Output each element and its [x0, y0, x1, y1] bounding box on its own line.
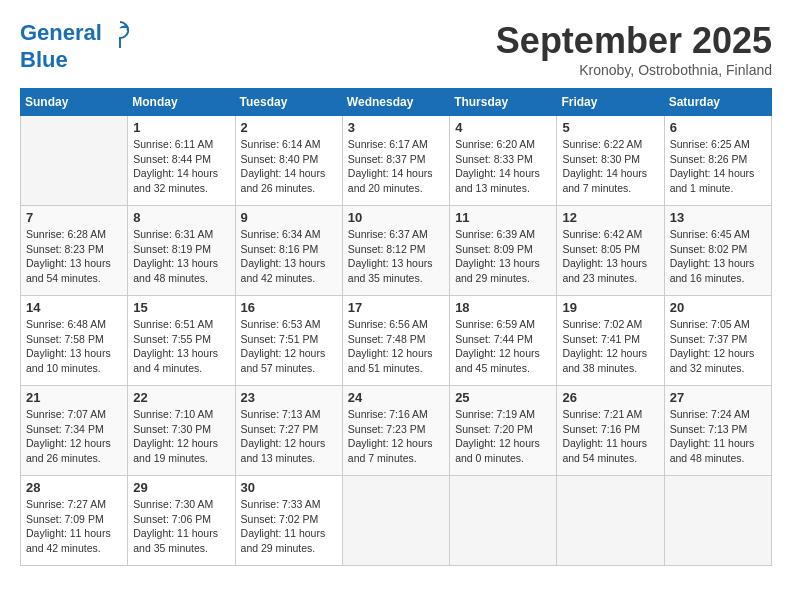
- day-number: 16: [241, 300, 337, 315]
- calendar-day-cell: 1Sunrise: 6:11 AM Sunset: 8:44 PM Daylig…: [128, 116, 235, 206]
- calendar-day-cell: 28Sunrise: 7:27 AM Sunset: 7:09 PM Dayli…: [21, 476, 128, 566]
- day-info: Sunrise: 6:31 AM Sunset: 8:19 PM Dayligh…: [133, 227, 229, 286]
- calendar-day-cell: 19Sunrise: 7:02 AM Sunset: 7:41 PM Dayli…: [557, 296, 664, 386]
- day-info: Sunrise: 6:20 AM Sunset: 8:33 PM Dayligh…: [455, 137, 551, 196]
- calendar-header-cell: Wednesday: [342, 89, 449, 116]
- calendar-day-cell: 29Sunrise: 7:30 AM Sunset: 7:06 PM Dayli…: [128, 476, 235, 566]
- day-info: Sunrise: 7:10 AM Sunset: 7:30 PM Dayligh…: [133, 407, 229, 466]
- location-subtitle: Kronoby, Ostrobothnia, Finland: [496, 62, 772, 78]
- calendar-header-cell: Saturday: [664, 89, 771, 116]
- day-number: 27: [670, 390, 766, 405]
- page-header: General Blue September 2025 Kronoby, Ost…: [20, 20, 772, 78]
- calendar-header-cell: Sunday: [21, 89, 128, 116]
- day-info: Sunrise: 7:07 AM Sunset: 7:34 PM Dayligh…: [26, 407, 122, 466]
- calendar-day-cell: 5Sunrise: 6:22 AM Sunset: 8:30 PM Daylig…: [557, 116, 664, 206]
- calendar-day-cell: 30Sunrise: 7:33 AM Sunset: 7:02 PM Dayli…: [235, 476, 342, 566]
- day-info: Sunrise: 6:17 AM Sunset: 8:37 PM Dayligh…: [348, 137, 444, 196]
- calendar-header-cell: Monday: [128, 89, 235, 116]
- day-info: Sunrise: 6:28 AM Sunset: 8:23 PM Dayligh…: [26, 227, 122, 286]
- day-info: Sunrise: 7:16 AM Sunset: 7:23 PM Dayligh…: [348, 407, 444, 466]
- day-number: 5: [562, 120, 658, 135]
- day-info: Sunrise: 6:42 AM Sunset: 8:05 PM Dayligh…: [562, 227, 658, 286]
- day-info: Sunrise: 7:19 AM Sunset: 7:20 PM Dayligh…: [455, 407, 551, 466]
- calendar-week-row: 1Sunrise: 6:11 AM Sunset: 8:44 PM Daylig…: [21, 116, 772, 206]
- day-info: Sunrise: 6:37 AM Sunset: 8:12 PM Dayligh…: [348, 227, 444, 286]
- calendar-day-cell: [557, 476, 664, 566]
- day-info: Sunrise: 7:13 AM Sunset: 7:27 PM Dayligh…: [241, 407, 337, 466]
- day-number: 11: [455, 210, 551, 225]
- day-number: 20: [670, 300, 766, 315]
- calendar-day-cell: [342, 476, 449, 566]
- day-info: Sunrise: 6:59 AM Sunset: 7:44 PM Dayligh…: [455, 317, 551, 376]
- day-number: 4: [455, 120, 551, 135]
- logo-text: General: [20, 20, 130, 48]
- day-number: 9: [241, 210, 337, 225]
- calendar-day-cell: 26Sunrise: 7:21 AM Sunset: 7:16 PM Dayli…: [557, 386, 664, 476]
- calendar-day-cell: 12Sunrise: 6:42 AM Sunset: 8:05 PM Dayli…: [557, 206, 664, 296]
- calendar-header-cell: Thursday: [450, 89, 557, 116]
- day-number: 13: [670, 210, 766, 225]
- day-number: 30: [241, 480, 337, 495]
- day-number: 28: [26, 480, 122, 495]
- calendar-header-row: SundayMondayTuesdayWednesdayThursdayFrid…: [21, 89, 772, 116]
- day-info: Sunrise: 7:05 AM Sunset: 7:37 PM Dayligh…: [670, 317, 766, 376]
- day-info: Sunrise: 7:30 AM Sunset: 7:06 PM Dayligh…: [133, 497, 229, 556]
- day-number: 10: [348, 210, 444, 225]
- calendar-day-cell: 22Sunrise: 7:10 AM Sunset: 7:30 PM Dayli…: [128, 386, 235, 476]
- calendar-day-cell: 10Sunrise: 6:37 AM Sunset: 8:12 PM Dayli…: [342, 206, 449, 296]
- calendar-day-cell: 25Sunrise: 7:19 AM Sunset: 7:20 PM Dayli…: [450, 386, 557, 476]
- day-number: 14: [26, 300, 122, 315]
- day-number: 19: [562, 300, 658, 315]
- day-number: 3: [348, 120, 444, 135]
- calendar-day-cell: 8Sunrise: 6:31 AM Sunset: 8:19 PM Daylig…: [128, 206, 235, 296]
- calendar-week-row: 14Sunrise: 6:48 AM Sunset: 7:58 PM Dayli…: [21, 296, 772, 386]
- calendar-day-cell: 3Sunrise: 6:17 AM Sunset: 8:37 PM Daylig…: [342, 116, 449, 206]
- calendar-day-cell: 14Sunrise: 6:48 AM Sunset: 7:58 PM Dayli…: [21, 296, 128, 386]
- calendar-day-cell: 23Sunrise: 7:13 AM Sunset: 7:27 PM Dayli…: [235, 386, 342, 476]
- day-number: 22: [133, 390, 229, 405]
- calendar-header-cell: Tuesday: [235, 89, 342, 116]
- day-info: Sunrise: 7:21 AM Sunset: 7:16 PM Dayligh…: [562, 407, 658, 466]
- day-number: 21: [26, 390, 122, 405]
- calendar-day-cell: [21, 116, 128, 206]
- day-number: 12: [562, 210, 658, 225]
- calendar-header-cell: Friday: [557, 89, 664, 116]
- day-number: 15: [133, 300, 229, 315]
- day-number: 7: [26, 210, 122, 225]
- calendar-day-cell: 4Sunrise: 6:20 AM Sunset: 8:33 PM Daylig…: [450, 116, 557, 206]
- day-number: 6: [670, 120, 766, 135]
- calendar-day-cell: 18Sunrise: 6:59 AM Sunset: 7:44 PM Dayli…: [450, 296, 557, 386]
- calendar-day-cell: [664, 476, 771, 566]
- calendar-day-cell: 17Sunrise: 6:56 AM Sunset: 7:48 PM Dayli…: [342, 296, 449, 386]
- logo-bird-icon: [110, 20, 130, 48]
- day-info: Sunrise: 6:51 AM Sunset: 7:55 PM Dayligh…: [133, 317, 229, 376]
- day-number: 29: [133, 480, 229, 495]
- day-number: 24: [348, 390, 444, 405]
- calendar-day-cell: 20Sunrise: 7:05 AM Sunset: 7:37 PM Dayli…: [664, 296, 771, 386]
- calendar-week-row: 7Sunrise: 6:28 AM Sunset: 8:23 PM Daylig…: [21, 206, 772, 296]
- calendar-day-cell: 9Sunrise: 6:34 AM Sunset: 8:16 PM Daylig…: [235, 206, 342, 296]
- day-number: 2: [241, 120, 337, 135]
- day-info: Sunrise: 6:53 AM Sunset: 7:51 PM Dayligh…: [241, 317, 337, 376]
- month-title: September 2025: [496, 20, 772, 62]
- day-info: Sunrise: 6:48 AM Sunset: 7:58 PM Dayligh…: [26, 317, 122, 376]
- calendar-day-cell: 16Sunrise: 6:53 AM Sunset: 7:51 PM Dayli…: [235, 296, 342, 386]
- calendar-body: 1Sunrise: 6:11 AM Sunset: 8:44 PM Daylig…: [21, 116, 772, 566]
- day-info: Sunrise: 7:24 AM Sunset: 7:13 PM Dayligh…: [670, 407, 766, 466]
- calendar-day-cell: 21Sunrise: 7:07 AM Sunset: 7:34 PM Dayli…: [21, 386, 128, 476]
- day-number: 26: [562, 390, 658, 405]
- day-info: Sunrise: 7:33 AM Sunset: 7:02 PM Dayligh…: [241, 497, 337, 556]
- day-number: 25: [455, 390, 551, 405]
- day-info: Sunrise: 6:22 AM Sunset: 8:30 PM Dayligh…: [562, 137, 658, 196]
- logo-blue-text: Blue: [20, 48, 130, 72]
- calendar-day-cell: 13Sunrise: 6:45 AM Sunset: 8:02 PM Dayli…: [664, 206, 771, 296]
- day-info: Sunrise: 6:34 AM Sunset: 8:16 PM Dayligh…: [241, 227, 337, 286]
- calendar-table: SundayMondayTuesdayWednesdayThursdayFrid…: [20, 88, 772, 566]
- day-number: 23: [241, 390, 337, 405]
- day-info: Sunrise: 7:27 AM Sunset: 7:09 PM Dayligh…: [26, 497, 122, 556]
- day-info: Sunrise: 6:11 AM Sunset: 8:44 PM Dayligh…: [133, 137, 229, 196]
- calendar-week-row: 28Sunrise: 7:27 AM Sunset: 7:09 PM Dayli…: [21, 476, 772, 566]
- calendar-day-cell: 11Sunrise: 6:39 AM Sunset: 8:09 PM Dayli…: [450, 206, 557, 296]
- calendar-day-cell: 6Sunrise: 6:25 AM Sunset: 8:26 PM Daylig…: [664, 116, 771, 206]
- calendar-day-cell: [450, 476, 557, 566]
